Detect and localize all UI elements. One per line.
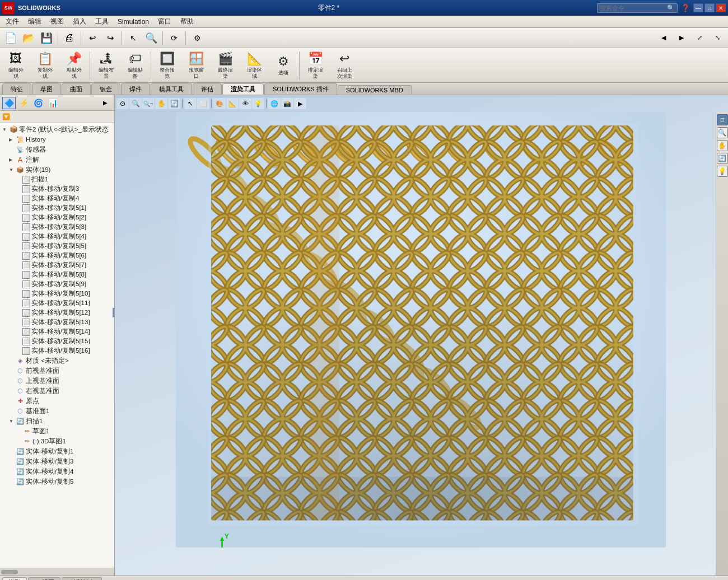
paste-appearance-button[interactable]: 📌 粘贴外观 <box>59 49 88 82</box>
search-input[interactable] <box>600 4 667 11</box>
light-icon-button[interactable]: 💡 <box>717 166 728 177</box>
render-options-button[interactable]: ⚙ 选项 <box>269 49 298 82</box>
tree-item-front-plane[interactable]: ⬡ 前视基准面 <box>0 366 114 376</box>
menu-view[interactable]: 视图 <box>46 16 68 27</box>
tab-sw-plugins[interactable]: SOLIDWORKS 插件 <box>264 83 337 95</box>
edit-appear-button[interactable]: 💡 <box>252 98 264 109</box>
copy-appearance-button[interactable]: 📋 复制外观 <box>30 49 59 82</box>
menu-help[interactable]: 帮助 <box>176 16 198 27</box>
select-button[interactable]: ↖ <box>184 98 197 109</box>
tree-item-bodies[interactable]: ▼ 📦 实体(19) <box>0 165 114 175</box>
zoom-icon-button[interactable]: 🔍 <box>717 127 728 138</box>
integrated-preview-button[interactable]: 🔲 整合预览 <box>152 49 181 82</box>
recall-render-button[interactable]: ↩ 召回上次渲染 <box>330 49 359 82</box>
view-orient-button[interactable]: 📐 <box>226 98 239 109</box>
tree-item-move4[interactable]: 🔄 实体-移动/复制4 <box>0 466 114 476</box>
tree-item-body5-6[interactable]: ⬜ 实体-移动/复制5[6] <box>0 251 114 260</box>
tree-item-move1[interactable]: 🔄 实体-移动/复制1 <box>0 446 114 456</box>
open-button[interactable]: 📂 <box>20 30 37 46</box>
expand-panel-button[interactable]: ▶ <box>99 97 112 109</box>
record-button[interactable]: ▶ <box>294 98 306 109</box>
tree-item-sketch1[interactable]: ✏ 草图1 <box>0 426 114 436</box>
display-style-button[interactable]: 🎨 <box>213 98 226 109</box>
tree-item-body5-12[interactable]: ⬜ 实体-移动/复制5[12] <box>0 308 114 317</box>
tab-sw-mbd[interactable]: SOLIDWORKS MBD <box>338 85 412 95</box>
zoom-in-button[interactable]: 🔍 <box>129 98 142 109</box>
tree-item-3dsketch1[interactable]: ✏ (-) 3D草图1 <box>0 436 114 446</box>
panel-toggle2-button[interactable]: ▶ <box>673 30 690 46</box>
tree-item-move3[interactable]: 🔄 实体-移动/复制3 <box>0 456 114 466</box>
tree-item-top-plane[interactable]: ⬡ 上视基准面 <box>0 376 114 386</box>
tree-item-body5-14[interactable]: ⬜ 实体-移动/复制5[14] <box>0 327 114 336</box>
final-render-button[interactable]: 🎬 最终渲染 <box>211 49 240 82</box>
tree-item-plane1[interactable]: ⬡ 基准面1 <box>0 406 114 416</box>
close-button[interactable]: ✕ <box>716 3 726 12</box>
view-cube-button[interactable]: ⊡ <box>717 114 728 125</box>
tree-item-body4[interactable]: ⬜ 实体-移动/复制4 <box>0 194 114 203</box>
tree-item-root[interactable]: ▼ 📦 零件2 (默认<<默认>_显示状态 <box>0 124 114 134</box>
tree-item-body5-16[interactable]: ⬜ 实体-移动/复制5[16] <box>0 346 114 356</box>
tab-model[interactable]: 模型 <box>2 577 27 580</box>
tree-item-body5-15[interactable]: ⬜ 实体-移动/复制5[15] <box>0 336 114 346</box>
tab-sheetmetal[interactable]: 钣金 <box>91 83 120 95</box>
tree-item-annotations[interactable]: ▶ A 注解 <box>0 155 114 165</box>
zoom-to-fit-button[interactable]: ⊙ <box>116 98 129 109</box>
rebuild-button[interactable]: ⟳ <box>166 30 183 46</box>
scene-button[interactable]: 🌐 <box>268 98 281 109</box>
tree-item-body3[interactable]: ⬜ 实体-移动/复制3 <box>0 184 114 194</box>
section-button[interactable]: ⬜ <box>197 98 209 109</box>
tree-item-body5-3[interactable]: ⬜ 实体-移动/复制5[3] <box>0 222 114 232</box>
tree-item-body5-11[interactable]: ⬜ 实体-移动/复制5[11] <box>0 298 114 308</box>
pm-icon-btn[interactable]: ⚡ <box>17 97 30 109</box>
tab-features[interactable]: 特征 <box>2 83 31 95</box>
zoom-out-button[interactable]: 🔍− <box>142 98 155 109</box>
preview-window-button[interactable]: 🪟 预览窗口 <box>181 49 211 82</box>
tree-item-origin[interactable]: ✚ 原点 <box>0 396 114 406</box>
tree-item-move5[interactable]: 🔄 实体-移动/复制5 <box>0 476 114 487</box>
feature-tree[interactable]: ▼ 📦 零件2 (默认<<默认>_显示状态 ▶ 📜 History 📡 传感器 … <box>0 123 114 568</box>
save-button[interactable]: 💾 <box>38 30 55 46</box>
rotate-icon-button[interactable]: 🔄 <box>717 153 728 164</box>
tab-motion[interactable]: 动活算例1 <box>62 577 102 580</box>
schedule-render-button[interactable]: 📅 排定渲染 <box>301 49 330 82</box>
edit-appearance-button[interactable]: 🖼 编辑外观 <box>1 49 30 82</box>
tab-sketch[interactable]: 草图 <box>32 83 61 95</box>
menu-simulation[interactable]: Simulation <box>113 17 153 27</box>
tree-item-body5-7[interactable]: ⬜ 实体-移动/复制5[7] <box>0 260 114 270</box>
maximize-viewport-button[interactable]: ⤢ <box>691 30 708 46</box>
rotate-button[interactable]: 🔄 <box>168 98 180 109</box>
help-icon[interactable]: ❓ <box>681 4 690 12</box>
tree-item-body5-1[interactable]: ⬜ 实体-移动/复制5[1] <box>0 203 114 213</box>
print-button[interactable]: 🖨 <box>61 30 78 46</box>
scrollbar-thumb[interactable] <box>1 570 18 574</box>
fullscreen-button[interactable]: ⤡ <box>709 30 726 46</box>
tree-item-body5-2[interactable]: ⬜ 实体-移动/复制5[2] <box>0 213 114 222</box>
3d-viewport[interactable]: ⊙ 🔍 🔍− ✋ 🔄 ↖ ⬜ 🎨 📐 👁 💡 🌐 📸 ▶ <box>115 95 728 576</box>
menu-tools[interactable]: 工具 <box>91 16 113 27</box>
pan-icon-button[interactable]: ✋ <box>717 140 728 151</box>
render-mode-button[interactable]: 📸 <box>281 98 293 109</box>
tab-weldment[interactable]: 焊件 <box>121 83 150 95</box>
featuretree-icon-btn[interactable]: 🔷 <box>2 97 16 109</box>
menu-window[interactable]: 窗口 <box>153 16 176 27</box>
undo-button[interactable]: ↩ <box>84 30 101 46</box>
tab-render[interactable]: 渲染工具 <box>222 83 264 95</box>
menu-insert[interactable]: 插入 <box>68 16 91 27</box>
tree-item-body5-10[interactable]: ⬜ 实体-移动/复制5[10] <box>0 289 114 298</box>
edit-scene-button[interactable]: 🏞 编辑布景 <box>91 49 120 82</box>
redo-button[interactable]: ↪ <box>102 30 119 46</box>
new-button[interactable]: 📄 <box>2 30 19 46</box>
tree-item-body5-9[interactable]: ⬜ 实体-移动/复制5[9] <box>0 279 114 289</box>
tab-evaluate[interactable]: 评估 <box>193 83 222 95</box>
render-region-button[interactable]: 📐 渲染区域 <box>240 49 269 82</box>
tab-3dview[interactable]: 3D视图 <box>28 577 60 580</box>
display-icon-btn[interactable]: 📊 <box>46 97 59 109</box>
tab-surface[interactable]: 曲面 <box>62 83 91 95</box>
tree-item-sweep1[interactable]: ⬜ 扫描1 <box>0 175 114 184</box>
horizontal-scrollbar[interactable] <box>0 568 114 576</box>
edit-decal-button[interactable]: 🏷 编辑贴图 <box>120 49 150 82</box>
menu-file[interactable]: 文件 <box>1 16 24 27</box>
select-button[interactable]: ↖ <box>125 30 142 46</box>
panel-toggle-button[interactable]: ◀ <box>655 30 672 46</box>
tree-item-body5-13[interactable]: ⬜ 实体-移动/复制5[13] <box>0 317 114 327</box>
